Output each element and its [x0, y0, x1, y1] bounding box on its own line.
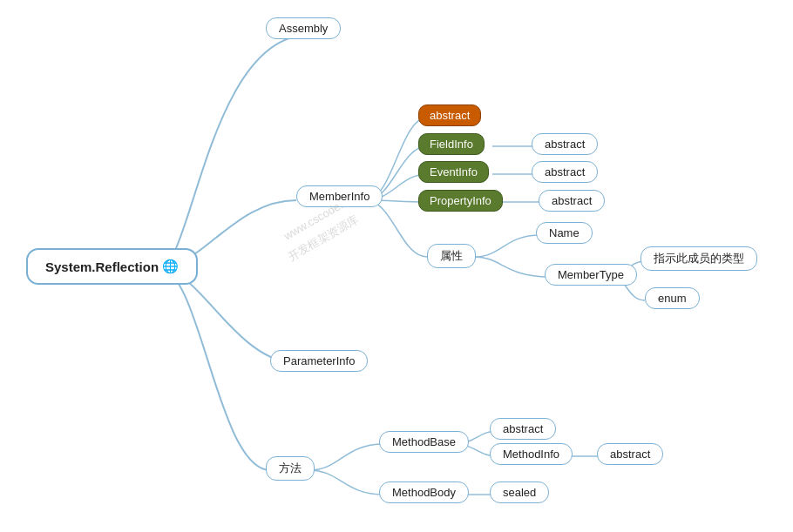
attributes-label: 属性: [440, 249, 463, 262]
enum-label: enum: [658, 292, 687, 305]
methodbase-label: MethodBase: [392, 435, 456, 448]
name-label: Name: [549, 226, 580, 239]
abstract-orange-label: abstract: [430, 109, 470, 122]
root-label: System.Reflection: [45, 259, 159, 274]
fieldinfo-abstract-label: abstract: [545, 138, 585, 151]
parameterinfo-node: ParameterInfo: [270, 350, 368, 372]
propertyinfo-abstract-node: abstract: [539, 190, 605, 212]
eventinfo-abstract-label: abstract: [545, 165, 585, 178]
abstract-orange-node: abstract: [418, 104, 481, 126]
memberinfo-label: MemberInfo: [309, 190, 369, 203]
methodinfo-abstract-label: abstract: [610, 448, 650, 461]
root-node: System.Reflection 🌐: [26, 248, 198, 285]
root-icon: 🌐: [162, 259, 179, 274]
name-node: Name: [536, 222, 593, 244]
propertyinfo-label: PropertyInfo: [430, 194, 491, 207]
methodbase-abstract-node: abstract: [490, 418, 556, 440]
assembly-node: Assembly: [266, 17, 341, 39]
methodinfo-label: MethodInfo: [503, 448, 559, 461]
fieldinfo-abstract-node: abstract: [532, 133, 598, 155]
methodbody-label: MethodBody: [392, 486, 456, 499]
methods-label: 方法: [279, 461, 302, 475]
parameterinfo-label: ParameterInfo: [283, 354, 355, 367]
methodbase-abstract-label: abstract: [503, 422, 543, 435]
methodinfo-abstract-node: abstract: [597, 443, 663, 465]
eventinfo-label: EventInfo: [430, 165, 478, 178]
methods-node: 方法: [266, 456, 315, 481]
assembly-label: Assembly: [279, 22, 328, 35]
methodinfo-node: MethodInfo: [490, 443, 573, 465]
methodbody-node: MethodBody: [379, 481, 469, 503]
membertype-desc-node: 指示此成员的类型: [640, 246, 757, 271]
sealed-label: sealed: [503, 486, 536, 499]
propertyinfo-abstract-label: abstract: [552, 194, 592, 207]
attributes-node: 属性: [427, 244, 476, 268]
fieldinfo-node: FieldInfo: [418, 133, 485, 155]
propertyinfo-node: PropertyInfo: [418, 190, 503, 212]
membertype-desc-label: 指示此成员的类型: [654, 252, 744, 265]
enum-node: enum: [645, 287, 700, 309]
methodbase-node: MethodBase: [379, 431, 469, 453]
membertype-label: MemberType: [558, 268, 624, 281]
eventinfo-abstract-node: abstract: [532, 161, 598, 183]
eventinfo-node: EventInfo: [418, 161, 489, 183]
membertype-node: MemberType: [545, 264, 637, 286]
sealed-node: sealed: [490, 481, 549, 503]
fieldinfo-label: FieldInfo: [430, 138, 473, 151]
memberinfo-node: MemberInfo: [296, 185, 383, 207]
